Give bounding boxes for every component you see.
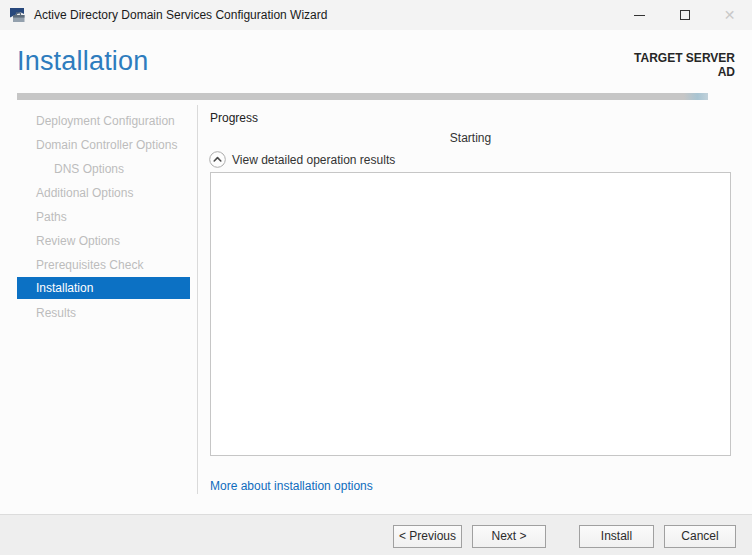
caption-buttons: ✕ xyxy=(617,0,752,30)
sidebar-item-paths: Paths xyxy=(17,205,190,229)
sidebar-item-results: Results xyxy=(17,301,190,325)
sidebar-item-additional-options: Additional Options xyxy=(17,181,190,205)
status-text: Starting xyxy=(210,131,731,145)
view-details-label: View detailed operation results xyxy=(232,153,395,167)
footer-button-bar: < Previous Next > Install Cancel xyxy=(0,514,752,555)
next-button[interactable]: Next > xyxy=(472,525,546,548)
minimize-icon xyxy=(634,15,645,16)
sidebar-separator xyxy=(197,105,198,494)
progress-section-label: Progress xyxy=(210,111,258,125)
view-details-toggle[interactable]: View detailed operation results xyxy=(209,151,395,168)
target-server-block: TARGET SERVER AD xyxy=(634,51,735,79)
target-server-label: TARGET SERVER xyxy=(634,51,735,65)
maximize-icon xyxy=(680,10,690,20)
previous-button[interactable]: < Previous xyxy=(393,525,462,548)
more-about-installation-link[interactable]: More about installation options xyxy=(210,479,373,493)
sidebar-item-installation[interactable]: Installation xyxy=(17,277,190,299)
server-manager-icon xyxy=(9,7,27,23)
operation-results-box[interactable] xyxy=(210,172,731,456)
close-icon: ✕ xyxy=(724,8,736,22)
install-button[interactable]: Install xyxy=(579,525,654,548)
page-title: Installation xyxy=(17,46,148,77)
sidebar-item-prerequisites-check: Prerequisites Check xyxy=(17,253,190,277)
window-title: Active Directory Domain Services Configu… xyxy=(34,8,327,22)
cancel-button[interactable]: Cancel xyxy=(664,525,736,548)
wizard-window: Active Directory Domain Services Configu… xyxy=(0,0,752,555)
minimize-button[interactable] xyxy=(617,0,662,30)
title-bar: Active Directory Domain Services Configu… xyxy=(0,0,752,30)
chevron-up-circle-icon xyxy=(209,151,226,168)
sidebar-item-review-options: Review Options xyxy=(17,229,190,253)
maximize-button[interactable] xyxy=(662,0,707,30)
sidebar-item-deployment-configuration: Deployment Configuration xyxy=(17,109,190,133)
sidebar-item-dns-options: DNS Options xyxy=(17,157,190,181)
wizard-progress-bar xyxy=(17,93,708,100)
sidebar-item-domain-controller-options: Domain Controller Options xyxy=(17,133,190,157)
close-button[interactable]: ✕ xyxy=(707,0,752,30)
target-server-name: AD xyxy=(634,65,735,79)
